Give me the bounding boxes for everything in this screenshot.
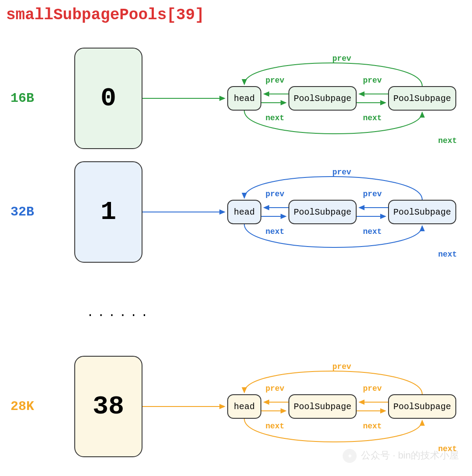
svg-text:prev: prev (363, 190, 382, 198)
size-label: 16B (10, 91, 34, 106)
svg-text:prev: prev (332, 362, 351, 371)
size-label: 32B (10, 205, 34, 219)
poolsubpage-node: PoolSubpage (388, 86, 456, 111)
svg-text:next: next (438, 250, 457, 259)
svg-text:prev: prev (332, 54, 351, 63)
head-node: head (227, 394, 261, 419)
poolsubpage-node: PoolSubpage (288, 394, 357, 419)
svg-text:next: next (265, 227, 284, 236)
svg-text:next: next (363, 114, 382, 122)
array-index-box: 0 (74, 48, 142, 149)
poolsubpage-node: PoolSubpage (288, 200, 357, 224)
svg-text:prev: prev (265, 76, 284, 85)
svg-text:next: next (363, 422, 382, 431)
poolsubpage-node: PoolSubpage (388, 200, 456, 224)
svg-text:prev: prev (332, 168, 351, 177)
poolsubpage-node: PoolSubpage (388, 394, 456, 419)
svg-text:next: next (265, 114, 284, 122)
svg-text:prev: prev (265, 190, 284, 198)
svg-text:prev: prev (363, 76, 382, 85)
pool-row: 16B0headPoolSubpagePoolSubpagenextprevne… (0, 39, 472, 157)
size-label: 28K (10, 399, 34, 414)
wechat-icon: ✦ (343, 449, 357, 463)
ellipsis: ...... (87, 306, 152, 320)
svg-text:next: next (265, 422, 284, 431)
array-index-box: 1 (74, 161, 142, 263)
watermark: ✦公众号 · bin的技术小屋 (343, 449, 459, 463)
poolsubpage-node: PoolSubpage (288, 86, 357, 111)
head-node: head (227, 200, 261, 224)
svg-text:prev: prev (363, 384, 382, 393)
pool-row: 28K38headPoolSubpagePoolSubpagenextprevn… (0, 347, 472, 466)
diagram-title: smallSubpagePools[39] (6, 6, 205, 24)
head-node: head (227, 86, 261, 111)
svg-text:next: next (363, 227, 382, 236)
svg-text:prev: prev (265, 384, 284, 393)
array-index-box: 38 (74, 356, 142, 457)
pool-row: 32B1headPoolSubpagePoolSubpagenextprevne… (0, 153, 472, 271)
svg-text:next: next (438, 136, 457, 145)
watermark-text: 公众号 · bin的技术小屋 (361, 450, 459, 461)
